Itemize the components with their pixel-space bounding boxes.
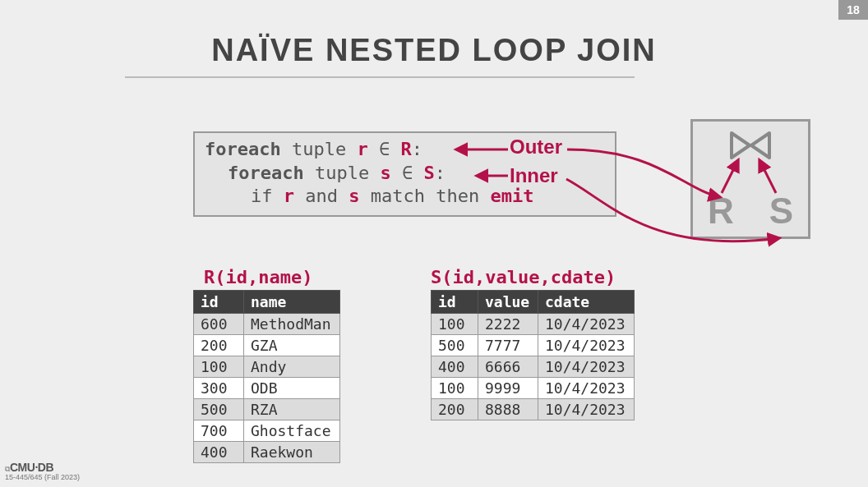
table-cell: 10/4/2023 bbox=[538, 378, 635, 399]
table-cell: MethodMan bbox=[244, 314, 340, 335]
txt-in: ∈ bbox=[368, 139, 401, 159]
table-cell: 400 bbox=[194, 442, 244, 463]
table-cell: 8888 bbox=[478, 399, 538, 420]
table-cell: ODB bbox=[244, 378, 340, 399]
table-cell: Raekwon bbox=[244, 442, 340, 463]
table-row: 300ODB bbox=[194, 378, 340, 399]
table-cell: RZA bbox=[244, 399, 340, 420]
table-row: 200GZA bbox=[194, 335, 340, 356]
txt-tuple: tuple bbox=[292, 139, 357, 159]
table-s-col: value bbox=[478, 291, 538, 314]
table-s: idvaluecdate 100222210/4/2023500777710/4… bbox=[431, 290, 635, 420]
table-row: 700Ghostface bbox=[194, 420, 340, 442]
table-cell: 200 bbox=[432, 399, 478, 420]
kw-if: if bbox=[251, 186, 284, 206]
table-cell: Ghostface bbox=[244, 420, 340, 442]
var-s: s bbox=[349, 186, 359, 206]
table-cell: Andy bbox=[244, 356, 340, 378]
var-r: r bbox=[357, 139, 367, 159]
title-underline bbox=[125, 76, 635, 78]
table-row: 200888810/4/2023 bbox=[432, 399, 635, 420]
table-cell: 500 bbox=[194, 399, 244, 420]
svg-marker-1 bbox=[751, 133, 769, 158]
table-cell: 10/4/2023 bbox=[538, 314, 635, 335]
table-cell: 10/4/2023 bbox=[538, 399, 635, 420]
page-number: 18 bbox=[838, 0, 868, 20]
table-s-col: id bbox=[432, 291, 478, 314]
code-line-3: if r and s match then emit bbox=[205, 185, 605, 209]
brand-main: CMU·DB bbox=[10, 461, 53, 474]
table-cell: 300 bbox=[194, 378, 244, 399]
table-row: 100222210/4/2023 bbox=[432, 314, 635, 335]
table-row: 100999910/4/2023 bbox=[432, 378, 635, 399]
slide-title: NAÏVE NESTED LOOP JOIN bbox=[0, 33, 868, 68]
table-s-col: cdate bbox=[538, 291, 635, 314]
colon: : bbox=[412, 139, 422, 159]
table-row: 400Raekwon bbox=[194, 442, 340, 463]
table-cell: 10/4/2023 bbox=[538, 356, 635, 378]
kw-emit: emit bbox=[490, 186, 533, 206]
table-r-header: R(id,name) bbox=[204, 267, 312, 287]
brand-sub: 15-445/645 (Fall 2023) bbox=[5, 473, 80, 481]
join-left-rel: R bbox=[708, 191, 734, 232]
txt-tuple: tuple bbox=[315, 163, 380, 183]
table-cell: 200 bbox=[194, 335, 244, 356]
join-icon bbox=[730, 131, 771, 159]
table-row: 400666610/4/2023 bbox=[432, 356, 635, 378]
txt-matchthen: match then bbox=[359, 186, 490, 206]
colon: : bbox=[435, 163, 446, 183]
txt-in: ∈ bbox=[391, 163, 424, 183]
table-cell: 500 bbox=[432, 335, 478, 356]
table-cell: 2222 bbox=[478, 314, 538, 335]
table-cell: 10/4/2023 bbox=[538, 335, 635, 356]
table-cell: 6666 bbox=[478, 356, 538, 378]
label-outer: Outer bbox=[510, 136, 562, 159]
table-cell: 600 bbox=[194, 314, 244, 335]
rel-R: R bbox=[400, 139, 411, 159]
table-row: 500RZA bbox=[194, 399, 340, 420]
table-cell: 7777 bbox=[478, 335, 538, 356]
table-cell: 100 bbox=[194, 356, 244, 378]
table-r-col: id bbox=[194, 291, 244, 314]
txt-and: and bbox=[294, 186, 349, 206]
svg-marker-0 bbox=[732, 133, 750, 158]
kw-foreach: foreach bbox=[228, 163, 315, 183]
table-cell: 9999 bbox=[478, 378, 538, 399]
kw-foreach: foreach bbox=[205, 139, 292, 159]
table-r-col: name bbox=[244, 291, 340, 314]
label-inner: Inner bbox=[510, 164, 558, 187]
table-row: 100Andy bbox=[194, 356, 340, 378]
join-right-rel: S bbox=[769, 191, 793, 232]
table-s-header: S(id,value,cdate) bbox=[431, 267, 616, 287]
table-cell: 400 bbox=[432, 356, 478, 378]
table-row: 500777710/4/2023 bbox=[432, 335, 635, 356]
var-s: s bbox=[380, 163, 390, 183]
table-r: idname 600MethodMan200GZA100Andy300ODB50… bbox=[193, 290, 340, 463]
table-cell: GZA bbox=[244, 335, 340, 356]
table-cell: 100 bbox=[432, 378, 478, 399]
table-cell: 700 bbox=[194, 420, 244, 442]
footer-brand: ⧉CMU·DB 15-445/645 (Fall 2023) bbox=[5, 462, 80, 482]
table-cell: 100 bbox=[432, 314, 478, 335]
join-diagram-box: R S bbox=[690, 119, 810, 239]
table-row: 600MethodMan bbox=[194, 314, 340, 335]
rel-S: S bbox=[423, 163, 434, 183]
var-r: r bbox=[284, 186, 294, 206]
